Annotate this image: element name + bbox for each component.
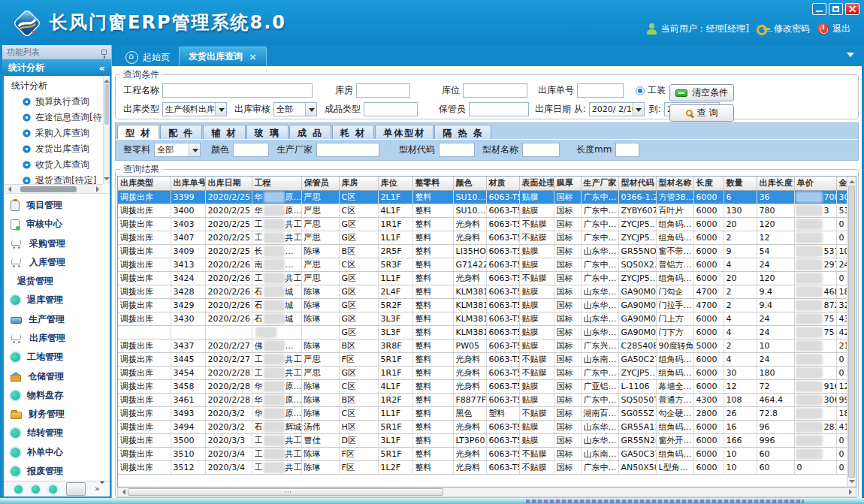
footer-dot-icon[interactable] [49,485,57,493]
column-header[interactable]: 生产厂家 [581,177,618,190]
sidebar-item-入库管理[interactable]: 入库管理 [4,253,110,272]
scroll-right-icon[interactable] [96,186,102,192]
tree-vertical-scrollbar[interactable] [103,76,110,184]
table-row[interactable]: 调拨出库34292020/2/26石城陈琳G区5R2F整料KLM38176063… [118,298,853,312]
sidebar-item-物料盘存[interactable]: 物料盘存 [4,386,110,405]
sidebar-item-退货管理[interactable]: 退货管理 [4,272,110,291]
column-header[interactable]: 库位 [378,177,412,190]
table-row[interactable]: 调拨出库34002020/2/25华原…严思C区4L1F整料SU10…6063-… [118,204,853,217]
whole-part-select[interactable]: 全部 [154,143,201,157]
material-tab[interactable]: 型 材 [117,125,159,139]
pin-icon[interactable] [101,50,107,55]
tree-horizontal-scrollbar[interactable] [4,184,103,193]
tree-item[interactable]: 发货出库查询 [8,141,103,157]
scroll-up-icon[interactable] [104,77,110,83]
sidebar-item-审核中心[interactable]: 审核中心 [4,215,110,234]
sidebar-item-报废管理[interactable]: 报废管理 [4,462,110,481]
maker-input[interactable] [316,143,379,157]
scroll-down-icon[interactable] [849,480,855,486]
column-header[interactable]: 出库类型 [118,177,171,190]
table-row[interactable]: 调拨出库34282020/2/26石城陈琳G区2L4F整料KLM38176063… [118,285,853,298]
material-tab[interactable]: 耗 材 [332,125,374,139]
table-row[interactable]: 调拨出库35102020/3/4工共工程陈琳F区5R1F整料光身料6063-T5… [118,447,853,460]
stats-section-header[interactable]: 统计分析 [2,59,111,76]
column-header[interactable]: 长度 [693,177,724,190]
scroll-left-icon[interactable] [119,489,125,495]
sidebar-item-出库管理[interactable]: 出库管理 [4,329,110,348]
material-tab[interactable]: 隔 热 条 [434,125,491,139]
scroll-left-icon[interactable] [5,186,11,192]
table-row[interactable]: 调拨出库34582020/2/28华原…陈琳C区4L1F整料光身料6063-T5… [118,379,853,393]
sidebar-item-生产管理[interactable]: 生产管理 [4,310,110,329]
table-row[interactable]: 调拨出库35122020/3/4工共工程陈琳F区1L2F整料光身料6063-T5… [118,460,853,474]
dropdown-arrow-icon[interactable] [633,103,644,116]
scroll-up-icon[interactable] [849,177,855,183]
audit-select[interactable]: 全部 [273,102,317,116]
column-header[interactable]: 数量 [724,177,757,190]
tree-root[interactable]: 统计分析 [8,78,103,94]
close-button[interactable] [845,3,859,15]
sidebar-item-工地管理[interactable]: 工地管理 [4,348,110,367]
more-buttons-chevron[interactable]: » [95,486,104,492]
table-row[interactable]: 调拨出库34072020/2/25工共工程严思G区1L1F整料光身料6063-T… [118,231,853,244]
keeper-input[interactable] [469,102,529,116]
column-header[interactable]: 单价 [794,177,836,190]
tree-item[interactable]: 预算执行查询 [8,94,103,110]
table-row[interactable]: G区3L3F整料KLM38176063-T5贴膜国标山东华…GA90M09.门下… [118,325,853,339]
location-input[interactable] [463,83,527,98]
out-type-select[interactable]: 生产领料出库 [162,102,227,116]
clear-conditions-button[interactable]: 清空条件 [669,84,734,101]
material-tab[interactable]: 玻 璃 [246,125,289,139]
column-header[interactable]: 出库长度 [757,177,794,190]
tree-item[interactable]: 在途信息查询[待 [8,110,103,125]
table-row[interactable]: 调拨出库34942020/3/2石辉城汤伟H区5R1F整料光身料6063-T5贴… [118,420,853,433]
date-from-picker[interactable]: 2020/ 2/16 [589,102,645,116]
table-row[interactable]: 调拨出库34032020/2/25工共工程严思G区1R1F整料光身料6063-T… [118,217,853,231]
color-input[interactable] [233,143,269,157]
material-tab[interactable]: 单体型材 [375,125,434,139]
column-header[interactable]: 出库单号 [171,177,205,190]
table-row[interactable]: 调拨出库34612020/2/28华原…陈琳B区1R2F整料F8877FT606… [118,393,853,406]
table-row[interactable]: 调拨出库35002020/3/3工共工程曹佳D区3L1F整料LT3P606063… [118,433,853,447]
dropdown-arrow-icon[interactable] [189,143,200,156]
table-row[interactable]: 调拨出库34452020/2/27工共工程严思F区5R1F整料光身料6063-T… [118,352,853,366]
order-no-input[interactable] [577,83,624,98]
footer-dot-icon[interactable] [14,485,23,493]
tree-item[interactable]: 收货入库查询 [8,157,103,173]
change-password-button[interactable]: 修改密码 [757,23,810,35]
table-row[interactable]: 调拨出库34242020/2/26工共工程严思G区1L1F整料光身料6063-T… [118,271,853,285]
table-row[interactable]: 调拨出库34092020/2/25长…陈琳B区2R5F整料LI35HO6063-… [118,244,853,258]
profile-code-input[interactable] [439,143,475,157]
sidebar-item-采购管理[interactable]: 采购管理 [4,234,110,253]
project-name-input[interactable] [162,83,313,98]
tree-item[interactable]: 采购入库查询 [8,125,103,141]
footer-dot-icon[interactable] [32,485,40,493]
close-tab-icon[interactable]: × [249,51,257,62]
table-horizontal-scrollbar[interactable] [117,487,856,497]
sidebar-item-财务管理[interactable]: 财务管理 [4,405,110,424]
table-row[interactable]: 调拨出库34302020/2/26石城陈琳G区3L3F整料KLM38176063… [118,312,853,325]
column-header[interactable]: 型材代码 [618,177,656,190]
table-row[interactable]: 调拨出库34932020/3/2华原…陈琳C区1L1F整料黑色塑料不贴膜国标湖南… [118,406,853,420]
table-row[interactable]: 调拨出库34372020/2/27佛…陈琳B区3R8F整料PW056063-T5… [118,339,853,352]
column-header[interactable]: 材质 [486,177,519,190]
collapse-icon[interactable] [99,62,105,74]
product-type-input[interactable] [364,102,418,116]
table-row[interactable]: 调拨出库34132020/2/26南…严思C区5R3F整料G714226063-… [118,258,853,271]
sidebar-item-补单中心[interactable]: 补单中心 [4,442,110,461]
scroll-right-icon[interactable] [849,489,855,495]
length-input[interactable] [615,143,639,157]
sidebar-item-项目管理[interactable]: 项目管理 [4,196,110,215]
sidebar-item-仓储管理[interactable]: 仓储管理 [4,367,110,385]
footer-cart-button[interactable] [66,482,86,496]
material-tab[interactable]: 成 品 [289,125,331,139]
sidebar-item-退库管理[interactable]: 退库管理 [4,291,110,309]
column-header[interactable]: 库房 [339,177,378,190]
column-header[interactable]: 膜厚 [554,177,581,190]
table-vertical-scrollbar[interactable] [847,177,856,487]
tab-home[interactable]: 起始页 [116,48,179,66]
tree-item[interactable]: 退货查询[待定] [8,173,103,184]
dropdown-arrow-icon[interactable] [215,103,226,116]
column-header[interactable]: 颜色 [453,177,486,190]
column-header[interactable]: 表面处理 [519,177,554,190]
